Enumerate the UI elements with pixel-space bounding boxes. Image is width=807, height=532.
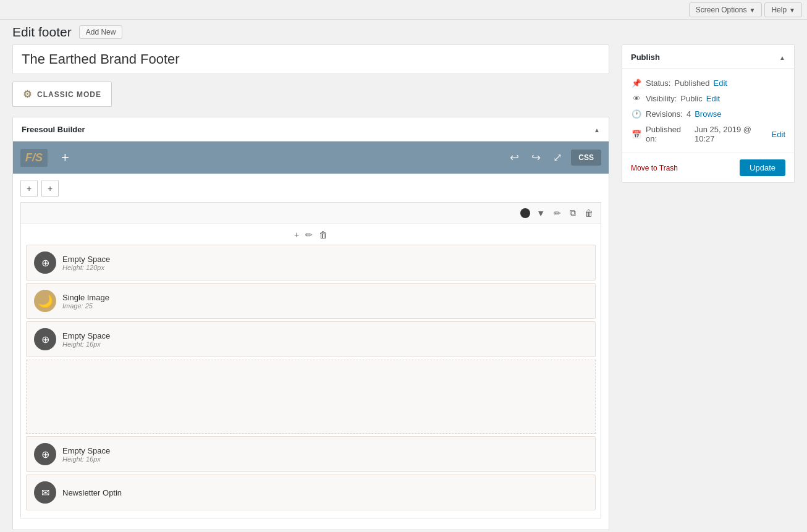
publish-visibility-edit-link[interactable]: Edit [706, 94, 720, 103]
builder-panel: Freesoul Builder F/S + ↩ ↪ ⤢ CSS [12, 117, 609, 530]
builder-logo: F/S [20, 149, 48, 167]
widget-item[interactable]: 🌙 Single Image Image: 25 [26, 283, 596, 319]
publish-revisions-value: 4 [687, 109, 691, 119]
widget-title: Empty Space [62, 331, 110, 340]
publish-panel-toggle-icon [779, 51, 785, 62]
widget-icon-newsletter: ✉ [34, 481, 56, 504]
publish-status-value: Published [674, 78, 709, 88]
widget-icon-empty-space-1: ⊕ [34, 251, 56, 274]
builder-expand-button[interactable]: ⤢ [549, 148, 566, 167]
screen-options-chevron-icon [750, 6, 756, 14]
publish-date-edit-link[interactable]: Edit [772, 130, 785, 139]
clock-icon: 🕐 [631, 109, 642, 119]
row-color-dot[interactable] [520, 208, 530, 218]
move-to-trash-link[interactable]: Move to Trash [631, 164, 678, 172]
pin-icon: 📌 [631, 78, 642, 88]
help-label: Help [771, 6, 787, 14]
classic-mode-icon: ⚙ [23, 88, 32, 100]
builder-panel-title: Freesoul Builder [22, 125, 85, 134]
widget-title: Single Image [62, 293, 109, 302]
top-bar: Screen Options Help [0, 0, 807, 20]
publish-panel: Publish 📌 Status: Published Edit 👁 Visib… [622, 44, 795, 183]
publish-status-label: Status: [646, 78, 670, 88]
widget-icon-empty-space-2: ⊕ [34, 328, 56, 350]
content-area: ⚙ CLASSIC MODE Freesoul Builder F/S + ↩ … [12, 44, 609, 530]
post-title-input[interactable] [12, 44, 609, 74]
publish-visibility-value: Public [680, 94, 702, 103]
calendar-icon: 📅 [631, 130, 642, 139]
widget-title: Newsletter Optin [62, 488, 122, 497]
row-expand-button[interactable]: ▼ [534, 207, 547, 219]
update-button[interactable]: Update [740, 159, 785, 176]
builder-undo-button[interactable]: ↩ [506, 148, 523, 167]
publish-date-label: Published on: [646, 125, 691, 143]
help-chevron-icon [789, 6, 795, 14]
publish-body: 📌 Status: Published Edit 👁 Visibility: P… [622, 69, 794, 153]
builder-panel-header[interactable]: Freesoul Builder [13, 117, 609, 141]
add-new-button[interactable]: Add New [79, 25, 123, 39]
widget-icon-single-image: 🌙 [34, 290, 56, 312]
plus-icon: + [61, 150, 69, 165]
empty-content-block [26, 360, 596, 434]
builder-row: ▼ ✏ ⧉ 🗑 + ✏ 🗑 [20, 202, 601, 518]
widget-item[interactable]: ⊕ Empty Space Height: 120px [26, 245, 596, 281]
builder-toolbar-right: ↩ ↪ ⤢ CSS [506, 148, 601, 167]
classic-mode-label: CLASSIC MODE [37, 90, 101, 99]
publish-date-value: Jun 25, 2019 @ 10:27 [695, 125, 768, 143]
widget-title: Empty Space [62, 255, 110, 264]
publish-status-row: 📌 Status: Published Edit [631, 75, 785, 91]
publish-panel-title: Publish [631, 53, 660, 62]
row-delete-button[interactable]: 🗑 [582, 207, 596, 219]
col-delete-button[interactable]: 🗑 [318, 229, 329, 241]
page-header: Edit footer Add New [0, 20, 807, 44]
builder-css-button[interactable]: CSS [571, 150, 601, 166]
row-controls: + + [20, 180, 601, 197]
widget-subtitle: Image: 25 [62, 302, 109, 310]
widget-subtitle: Height: 120px [62, 264, 110, 271]
publish-visibility-label: Visibility: [646, 94, 677, 103]
add-row-button-1[interactable]: + [20, 180, 38, 197]
col-add-button[interactable]: + [293, 229, 300, 241]
builder-toolbar: F/S + ↩ ↪ ⤢ CSS [13, 141, 609, 174]
widget-subtitle: Height: 16px [62, 455, 110, 463]
add-row-button-2[interactable]: + [41, 180, 59, 197]
builder-panel-toggle-icon [594, 124, 600, 135]
publish-revisions-row: 🕐 Revisions: 4 Browse [631, 106, 785, 122]
eye-icon: 👁 [631, 94, 642, 103]
builder-redo-button[interactable]: ↪ [528, 148, 544, 167]
col-edit-button[interactable]: ✏ [304, 229, 314, 241]
screen-options-label: Screen Options [696, 6, 747, 14]
builder-toolbar-left: F/S + [20, 147, 73, 168]
screen-options-button[interactable]: Screen Options [689, 2, 763, 17]
widget-icon-empty-space-3: ⊕ [34, 443, 56, 465]
column-container: + ✏ 🗑 ⊕ Empty Space Height: 120px [21, 224, 601, 518]
row-edit-button[interactable]: ✏ [551, 207, 564, 219]
publish-revisions-label: Revisions: [646, 109, 683, 119]
main-layout: ⚙ CLASSIC MODE Freesoul Builder F/S + ↩ … [0, 44, 807, 532]
classic-mode-button[interactable]: ⚙ CLASSIC MODE [12, 82, 112, 107]
widget-item[interactable]: ✉ Newsletter Optin [26, 475, 596, 510]
widget-subtitle: Height: 16px [62, 340, 110, 348]
sidebar: Publish 📌 Status: Published Edit 👁 Visib… [622, 44, 795, 530]
widget-item[interactable]: ⊕ Empty Space Height: 16px [26, 321, 596, 357]
publish-panel-header[interactable]: Publish [622, 45, 794, 69]
help-button[interactable]: Help [764, 2, 802, 17]
widget-title: Empty Space [62, 446, 110, 455]
builder-content: + + ▼ ✏ ⧉ 🗑 [13, 174, 609, 530]
publish-revisions-browse-link[interactable]: Browse [695, 109, 721, 119]
row-header: ▼ ✏ ⧉ 🗑 [21, 203, 601, 224]
publish-footer: Move to Trash Update [622, 153, 794, 182]
publish-status-edit-link[interactable]: Edit [714, 78, 727, 88]
publish-date-row: 📅 Published on: Jun 25, 2019 @ 10:27 Edi… [631, 122, 785, 146]
row-duplicate-button[interactable]: ⧉ [567, 206, 578, 219]
page-title: Edit footer [12, 25, 72, 40]
col-actions: + ✏ 🗑 [26, 229, 596, 241]
publish-visibility-row: 👁 Visibility: Public Edit [631, 91, 785, 106]
widget-item[interactable]: ⊕ Empty Space Height: 16px [26, 436, 596, 472]
builder-add-element-button[interactable]: + [57, 147, 73, 168]
